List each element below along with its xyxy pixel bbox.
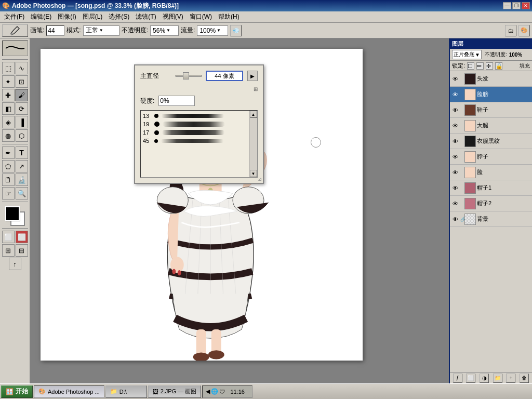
tool-path-select[interactable]: ↗ xyxy=(16,160,28,172)
tool-row-2: ✦ ⊡ xyxy=(2,75,28,88)
tool-eyedropper[interactable]: 🔬 xyxy=(16,174,28,186)
tool-text[interactable]: T xyxy=(16,147,28,159)
layer-eye-shoes[interactable]: 👁 xyxy=(451,106,459,114)
tool-presets-btn[interactable]: 🗂 xyxy=(505,25,516,36)
brush-size-13[interactable]: 13 xyxy=(143,113,247,119)
tool-shape[interactable]: ⬠ xyxy=(2,160,15,172)
layer-new-btn[interactable]: + xyxy=(506,374,515,383)
menu-edit[interactable]: 编辑(E) xyxy=(28,11,55,22)
tool-pen[interactable]: ✒ xyxy=(2,147,15,159)
taskbar-photoshop[interactable]: 🎨 Adobe Photoshop ... xyxy=(34,385,104,398)
layer-item-faceonly[interactable]: 👁 脸 xyxy=(450,165,532,180)
menu-file[interactable]: 文件(F) xyxy=(1,11,28,22)
layer-name-clothtrim: 衣服黑纹 xyxy=(477,137,531,145)
layer-item-hair[interactable]: 👁 头发 xyxy=(450,71,532,87)
hardness-input[interactable] xyxy=(158,96,195,106)
diameter-up-btn[interactable]: ▶ xyxy=(247,71,258,81)
palette-btn[interactable]: 🎨 xyxy=(518,25,530,36)
brush-popup-resize[interactable]: ⊿ xyxy=(258,176,262,182)
layer-eye-face[interactable]: 👁 xyxy=(451,90,459,99)
brush-scroll-down[interactable]: ▼ xyxy=(250,170,257,177)
restore-button[interactable]: ❐ xyxy=(512,2,521,9)
layer-delete-btn[interactable]: 🗑 xyxy=(520,374,529,383)
tool-note[interactable]: 🗒 xyxy=(2,174,15,186)
tool-jump[interactable]: ↑ xyxy=(9,258,21,270)
layer-eye-clothtrim[interactable]: 👁 xyxy=(451,137,459,145)
lock-image-btn[interactable]: ✏ xyxy=(476,62,484,70)
brush-size-45[interactable]: 45 xyxy=(143,138,247,144)
layer-group-btn[interactable]: 📁 xyxy=(493,374,502,383)
layer-eye-neck[interactable]: 👁 xyxy=(451,153,459,161)
brush-tool-icon[interactable] xyxy=(2,24,28,37)
taskbar-paint[interactable]: 🖼 2.JPG — 画图 xyxy=(148,385,202,398)
tool-history-brush[interactable]: ⟳ xyxy=(16,102,28,115)
lock-all-btn[interactable]: 🔒 xyxy=(495,62,502,70)
layer-item-hat2[interactable]: 👁 帽子2 xyxy=(450,196,532,211)
tool-blur[interactable]: ◍ xyxy=(2,129,15,142)
layer-item-face[interactable]: 👁 脸膀 xyxy=(450,87,532,102)
tool-quickmask[interactable]: ⬜ xyxy=(16,231,28,243)
brush-size-input[interactable] xyxy=(46,25,64,36)
brush-scroll-up[interactable]: ▲ xyxy=(250,111,257,118)
foreground-color[interactable] xyxy=(5,206,20,221)
start-button[interactable]: 🪟 开始 xyxy=(1,385,33,398)
lock-position-btn[interactable]: ✛ xyxy=(486,62,493,70)
tool-magic-wand[interactable]: ✦ xyxy=(2,75,15,88)
menu-window[interactable]: 窗口(W) xyxy=(187,11,215,22)
menu-filter[interactable]: 滤镜(T) xyxy=(132,11,159,22)
tool-hand[interactable]: ☞ xyxy=(2,187,15,200)
diameter-slider-container[interactable] xyxy=(176,72,202,80)
tool-gradient[interactable]: ▐ xyxy=(16,116,28,128)
layer-eye-bg[interactable]: 👁 xyxy=(451,215,459,223)
layer-eye-hair[interactable]: 👁 xyxy=(451,75,459,83)
menu-help[interactable]: 帮助(H) xyxy=(215,11,243,22)
airbrush-toggle[interactable]: 💨 xyxy=(230,25,242,36)
mode-dropdown[interactable]: 正常 ▼ xyxy=(83,25,119,36)
tool-heal[interactable]: ✚ xyxy=(2,89,15,101)
layer-item-shoes[interactable]: 👁 鞋子 xyxy=(450,102,532,118)
window-controls[interactable]: — ❐ ✕ xyxy=(503,2,530,9)
hardness-label: 硬度: xyxy=(140,97,154,105)
layer-eye-thigh[interactable]: 👁 xyxy=(451,122,459,130)
diameter-input[interactable] xyxy=(206,71,243,81)
tool-crop[interactable]: ⊡ xyxy=(16,75,28,88)
blend-mode-select[interactable]: 正片叠底 ▼ xyxy=(452,50,482,59)
menu-layer[interactable]: 图层(L) xyxy=(79,11,106,22)
close-button[interactable]: ✕ xyxy=(522,2,530,9)
layer-eye-faceonly[interactable]: 👁 xyxy=(451,168,459,177)
brush-size-17[interactable]: 17 xyxy=(143,129,247,136)
menu-select[interactable]: 选择(S) xyxy=(105,11,132,22)
layer-item-bg[interactable]: 👁 🔗 背景 xyxy=(450,211,532,227)
menu-image[interactable]: 图像(I) xyxy=(55,11,79,22)
tool-eraser[interactable]: ◈ xyxy=(2,116,15,128)
tool-fullscreen[interactable]: ⊟ xyxy=(16,244,28,257)
layer-eye-hat1[interactable]: 👁 xyxy=(451,184,459,192)
tray-arrow[interactable]: ◀ xyxy=(206,388,210,395)
layer-item-thigh[interactable]: 👁 大腿 xyxy=(450,118,532,134)
tool-stamp[interactable]: ◧ xyxy=(2,102,15,115)
opacity-dropdown[interactable]: 56% ▼ xyxy=(150,25,179,36)
layer-style-btn[interactable]: ƒ xyxy=(453,374,462,383)
tool-normal-mode[interactable]: ⬜ xyxy=(2,231,15,243)
flow-dropdown[interactable]: 100% ▼ xyxy=(197,25,228,36)
layer-mask-btn[interactable]: ⬜ xyxy=(466,374,475,383)
layer-item-neck[interactable]: 👁 脖子 xyxy=(450,149,532,165)
lock-transparent-btn[interactable]: ☐ xyxy=(467,62,474,70)
tool-lasso[interactable]: ∿ xyxy=(16,62,28,74)
menu-view[interactable]: 视图(V) xyxy=(159,11,187,22)
tool-marquee[interactable]: ⬚ xyxy=(2,62,15,74)
tool-dodge[interactable]: ⬡ xyxy=(16,129,28,142)
tool-zoom[interactable]: 🔍 xyxy=(16,187,28,200)
brush-stroke-13 xyxy=(162,114,224,118)
brush-preview-list: 13 19 17 xyxy=(140,110,258,178)
tool-brush[interactable]: 🖌 xyxy=(16,89,28,101)
brush-size-19[interactable]: 19 xyxy=(143,121,247,127)
layer-adj-btn[interactable]: ◑ xyxy=(480,374,489,383)
layer-eye-hat2[interactable]: 👁 xyxy=(451,200,459,208)
diameter-slider-thumb[interactable] xyxy=(183,72,189,79)
minimize-button[interactable]: — xyxy=(503,2,511,9)
tool-screen-mode[interactable]: ⊞ xyxy=(2,244,15,257)
layer-item-hat1[interactable]: 👁 帽子1 xyxy=(450,180,532,196)
taskbar-explorer[interactable]: 📁 D:\ xyxy=(105,385,147,398)
layer-item-clothtrim[interactable]: 👁 衣服黑纹 xyxy=(450,134,532,149)
